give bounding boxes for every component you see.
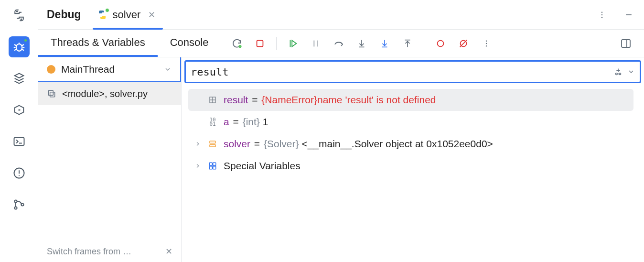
problems-icon[interactable]: [9, 163, 30, 184]
variable-row[interactable]: solver = {Solver} <__main__.Solver objec…: [188, 133, 644, 155]
variable-row[interactable]: 1001 a = {int} 1: [188, 111, 644, 133]
special-variables-row[interactable]: Special Variables: [188, 155, 644, 177]
tool-window-bar: [0, 0, 38, 262]
stop-icon[interactable]: [253, 37, 267, 50]
rerun-icon[interactable]: [230, 37, 244, 50]
evaluate-expression-input[interactable]: [184, 60, 641, 83]
close-tab-icon[interactable]: ✕: [148, 10, 155, 20]
eval-input-field[interactable]: [191, 66, 609, 78]
step-into-icon[interactable]: [355, 37, 368, 50]
threads-variables-tab[interactable]: Threads & Variables: [38, 30, 158, 57]
svg-rect-31: [209, 166, 212, 169]
view-breakpoints-icon[interactable]: [434, 37, 447, 50]
debug-tool-window-icon[interactable]: [9, 36, 30, 57]
svg-point-19: [486, 43, 487, 44]
terminal-icon[interactable]: [9, 131, 30, 152]
resume-icon[interactable]: [286, 37, 300, 50]
chevron-down-icon: [164, 66, 172, 73]
svg-point-18: [486, 40, 487, 41]
frames-panel: MainThread <module>, solver.py Switch fr…: [38, 57, 182, 262]
stack-frame-row[interactable]: <module>, solver.py: [38, 82, 181, 105]
object-var-icon: [207, 140, 218, 148]
debugger-subtabs: Threads & Variables Console: [38, 30, 644, 57]
svg-point-1: [21, 19, 21, 20]
svg-point-25: [619, 73, 621, 75]
svg-point-11: [601, 11, 602, 12]
frame-label: <module>, solver.py: [62, 88, 148, 99]
python-file-icon: [97, 9, 108, 21]
expand-caret-icon[interactable]: [194, 163, 202, 169]
svg-rect-27: [210, 141, 215, 143]
step-out-icon[interactable]: [401, 37, 414, 50]
variable-row[interactable]: result = {NameError}name 'result' is not…: [188, 89, 633, 111]
thread-name: MainThread: [61, 64, 115, 75]
variables-list: result = {NameError}name 'result' is not…: [182, 85, 644, 177]
svg-rect-30: [213, 163, 216, 165]
svg-point-7: [18, 175, 19, 176]
run-config-tab[interactable]: solver ✕: [95, 9, 161, 21]
svg-rect-28: [210, 145, 215, 147]
svg-rect-29: [209, 163, 212, 165]
thread-status-icon: [47, 65, 55, 74]
services-icon[interactable]: [9, 99, 30, 120]
tool-window-title: Debug: [47, 8, 81, 21]
svg-rect-5: [14, 138, 24, 145]
expand-caret-icon[interactable]: [194, 141, 202, 147]
svg-rect-15: [257, 40, 263, 46]
thread-selector[interactable]: MainThread: [38, 57, 181, 82]
console-tab[interactable]: Console: [158, 30, 221, 57]
svg-point-2: [16, 44, 22, 51]
binary-var-icon: 1001: [207, 118, 218, 126]
minimize-icon[interactable]: [622, 8, 635, 22]
svg-point-24: [616, 73, 618, 75]
svg-marker-4: [18, 109, 21, 111]
run-config-name: solver: [113, 9, 141, 21]
svg-rect-22: [48, 90, 53, 95]
frames-hint: Switch frames from … ✕: [38, 241, 181, 262]
pause-icon[interactable]: [309, 37, 322, 50]
chevron-down-icon[interactable]: [627, 68, 635, 76]
structure-icon[interactable]: [9, 68, 30, 89]
svg-point-16: [438, 40, 444, 46]
more-actions-icon[interactable]: [480, 37, 493, 50]
group-icon: [207, 162, 218, 170]
svg-point-0: [16, 11, 17, 12]
frame-icon: [47, 89, 56, 98]
step-over-icon[interactable]: [332, 37, 345, 50]
svg-point-20: [486, 45, 487, 46]
add-watch-icon[interactable]: [613, 66, 623, 77]
svg-point-13: [601, 17, 602, 18]
python-console-icon[interactable]: [9, 5, 30, 26]
svg-point-9: [14, 207, 17, 209]
tab-options-icon[interactable]: [595, 8, 609, 22]
svg-rect-23: [50, 92, 55, 97]
svg-point-12: [601, 14, 602, 15]
variables-panel: result = {NameError}name 'result' is not…: [182, 57, 644, 262]
vcs-icon[interactable]: [9, 194, 30, 215]
svg-rect-21: [622, 40, 630, 47]
svg-rect-32: [213, 166, 216, 169]
svg-point-8: [14, 200, 17, 202]
debug-tabs-bar: Debug solver ✕: [38, 0, 644, 30]
layout-settings-icon[interactable]: [619, 37, 633, 50]
step-into-my-code-icon[interactable]: [378, 37, 391, 50]
close-hint-icon[interactable]: ✕: [165, 246, 172, 257]
mute-breakpoints-icon[interactable]: [457, 37, 470, 50]
grid-var-icon: [207, 96, 218, 104]
